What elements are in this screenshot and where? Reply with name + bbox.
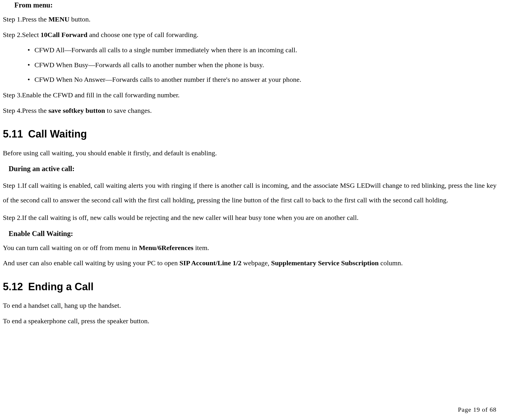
en2-bold-2: Supplementary Service Subscription: [271, 259, 379, 267]
en2-prefix: And user can also enable call waiting by…: [3, 259, 179, 267]
step-1: Step 1.Press the MENU button.: [3, 15, 497, 24]
from-menu-heading: From menu:: [14, 0, 497, 10]
bullet-cfwd-busy: CFWD When Busy—Forwards all calls to ano…: [34, 60, 497, 70]
document-page: From menu: Step 1.Press the MENU button.…: [0, 0, 508, 420]
end-call-handset: To end a handset call, hang up the hands…: [3, 301, 497, 311]
en2-mid: webpage,: [241, 259, 271, 267]
during-active-call-heading: During an active call:: [9, 164, 497, 174]
section-5-11-title: Call Waiting: [28, 128, 87, 140]
step-3: Step 3.Enable the CFWD and fill in the c…: [3, 90, 497, 100]
en1-prefix: You can turn call waiting on or off from…: [3, 244, 139, 251]
section-5-11-number: 5.11: [3, 127, 23, 141]
section-5-12-heading: 5.12Ending a Call: [3, 280, 497, 294]
section-5-11-heading: 5.11Call Waiting: [3, 127, 497, 141]
page-footer: Page 19 of 68: [458, 405, 497, 414]
step-4: Step 4.Press the save softkey button to …: [3, 106, 497, 116]
step-2-bold: 10Call Forward: [40, 31, 87, 38]
call-waiting-intro: Before using call waiting, you should en…: [3, 148, 497, 158]
section-5-12-title: Ending a Call: [28, 281, 94, 293]
step-4-suffix: to save changes.: [105, 107, 152, 114]
step-2: Step 2.Select 10Call Forward and choose …: [3, 30, 497, 40]
step-2-prefix: Step 2.Select: [3, 31, 40, 38]
step-4-prefix: Step 4.Press the: [3, 107, 49, 114]
cw-step-2: Step 2.If the call waiting is off, new c…: [3, 213, 497, 223]
end-call-speaker: To end a speakerphone call, press the sp…: [3, 316, 497, 326]
bullet-cfwd-no-answer: CFWD When No Answer—Forwards calls to an…: [34, 75, 497, 85]
cw-step-1: Step 1.If call waiting is enabled, call …: [3, 178, 497, 207]
en2-suffix: column.: [379, 259, 403, 267]
step-1-suffix: button.: [69, 16, 90, 23]
enable-cw-line-1: You can turn call waiting on or off from…: [3, 243, 497, 253]
step-1-prefix: Step 1.Press the: [3, 16, 49, 23]
cfwd-bullets: CFWD All—Forwards all calls to a single …: [3, 45, 497, 85]
enable-call-waiting-heading: Enable Call Waiting:: [9, 229, 497, 239]
en1-bold: Menu/6References: [139, 244, 193, 251]
enable-cw-line-2: And user can also enable call waiting by…: [3, 258, 497, 268]
section-5-12-number: 5.12: [3, 280, 23, 294]
step-4-bold: save softkey button: [49, 107, 105, 114]
en1-suffix: item.: [193, 244, 209, 251]
step-2-suffix: and choose one type of call forwarding.: [88, 31, 199, 38]
bullet-cfwd-all: CFWD All—Forwards all calls to a single …: [34, 45, 497, 55]
step-1-bold: MENU: [49, 16, 69, 23]
en2-bold-1: SIP Account/Line 1/2: [179, 259, 241, 267]
